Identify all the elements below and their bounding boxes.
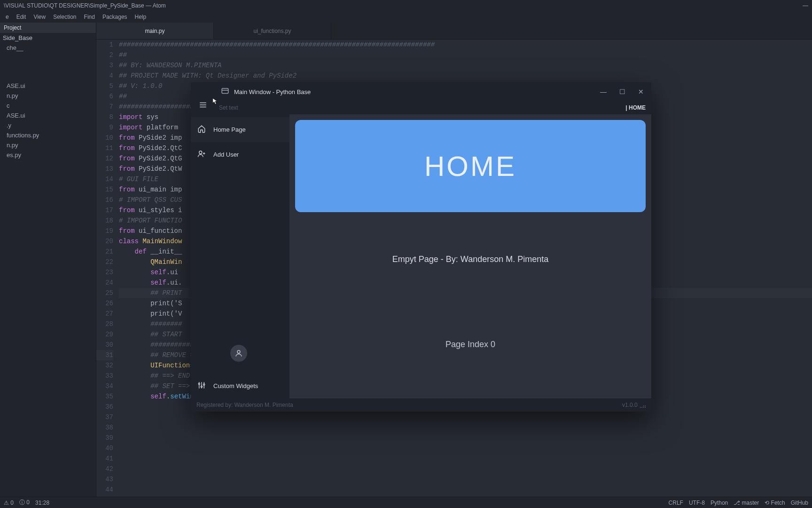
hero-text: HOME xyxy=(424,150,516,183)
svg-point-5 xyxy=(199,151,202,154)
maximize-icon[interactable]: ☐ xyxy=(616,88,629,95)
svg-point-12 xyxy=(201,386,203,388)
window-controls[interactable]: — xyxy=(803,2,808,9)
tab-bar[interactable]: main.py ui_functions.py xyxy=(96,23,812,40)
tree-item[interactable]: functions.py xyxy=(0,130,96,140)
tree-item xyxy=(0,53,96,81)
menu-edit[interactable]: Edit xyxy=(13,12,30,22)
sidebar-item-custom-widgets[interactable]: Custom Widgets xyxy=(191,373,289,398)
atom-menubar[interactable]: e Edit View Selection Find Packages Help xyxy=(0,11,812,23)
footer-left: Registered by: Wanderson M. Pimenta xyxy=(196,402,293,408)
status-github[interactable]: GitHub xyxy=(791,500,808,506)
menu-selection[interactable]: Selection xyxy=(49,12,80,22)
float-user-button[interactable] xyxy=(230,345,247,362)
menu-packages[interactable]: Packages xyxy=(99,12,131,22)
svg-point-14 xyxy=(237,350,240,353)
sidebar-item-add-user[interactable]: Add User xyxy=(191,142,289,167)
menu-file[interactable]: e xyxy=(2,12,13,22)
subbar-right: | HOME xyxy=(625,104,646,111)
status-eol[interactable]: CRLF xyxy=(669,500,683,506)
tree-root[interactable]: Side_Base xyxy=(0,33,96,43)
pw-body: Home Page Add User Custom Widgets HOME E… xyxy=(191,114,651,398)
sidebar-item-label: Home Page xyxy=(213,126,246,133)
tree-item[interactable]: n.py xyxy=(0,140,96,150)
add-user-icon xyxy=(197,150,206,159)
sidebar-item-home[interactable]: Home Page xyxy=(191,117,289,142)
status-encoding[interactable]: UTF-8 xyxy=(689,500,705,506)
svg-rect-3 xyxy=(222,88,228,94)
atom-title: \VISUAL STUDIO\QT DESIGNER\Simple_PySide… xyxy=(4,2,166,9)
status-fetch[interactable]: ⟲ Fetch xyxy=(765,500,785,506)
line-gutter: 1234567891011121314151617181920212223242… xyxy=(96,40,119,497)
pw-content: HOME Empyt Page - By: Wanderson M. Pimen… xyxy=(289,114,651,398)
status-lang[interactable]: Python xyxy=(710,500,728,506)
project-header: Project xyxy=(0,23,96,33)
app-icon xyxy=(221,87,230,96)
footer-version: v1.0.0 xyxy=(622,402,638,408)
empty-page-text: Empyt Page - By: Wanderson M. Pimenta xyxy=(295,254,646,264)
tree-item[interactable]: n.py xyxy=(0,91,96,101)
pw-subbar: Set text | HOME xyxy=(191,101,651,114)
tree-item[interactable]: ASE.ui xyxy=(0,111,96,120)
status-branch[interactable]: ⎇ master xyxy=(734,500,759,506)
status-cursor[interactable]: 31:28 xyxy=(35,500,49,506)
tab-main[interactable]: main.py xyxy=(96,23,214,39)
pw-title: Main Window - Python Base xyxy=(234,88,311,95)
tree-item[interactable]: c xyxy=(0,101,96,111)
menu-view[interactable]: View xyxy=(30,12,49,22)
atom-titlebar: \VISUAL STUDIO\QT DESIGNER\Simple_PySide… xyxy=(0,0,812,11)
tree-item[interactable]: .y xyxy=(0,120,96,130)
pw-footer: Registered by: Wanderson M. Pimenta v1.0… xyxy=(191,398,651,412)
minimize-icon[interactable]: — xyxy=(597,88,610,95)
status-errors[interactable]: ⚠ 0 xyxy=(4,500,14,506)
hero-banner: HOME xyxy=(295,120,646,212)
menu-help[interactable]: Help xyxy=(131,12,150,22)
subbar-left[interactable]: Set text xyxy=(219,104,238,111)
svg-point-11 xyxy=(198,383,200,385)
pyside-window[interactable]: Main Window - Python Base — ☐ ✕ Set text… xyxy=(191,82,651,412)
svg-point-13 xyxy=(203,384,205,385)
sliders-icon xyxy=(197,381,206,391)
statusbar[interactable]: ⚠ 0 ⓘ 0 31:28 CRLF UTF-8 Python ⎇ master… xyxy=(0,497,812,508)
hamburger-icon[interactable] xyxy=(194,95,212,114)
menu-find[interactable]: Find xyxy=(80,12,99,22)
close-icon[interactable]: ✕ xyxy=(634,88,648,95)
sidebar-item-label: Add User xyxy=(213,151,239,158)
project-sidebar[interactable]: Project Side_Base che__ ASE.ui n.py c AS… xyxy=(0,23,96,497)
home-icon xyxy=(197,125,206,135)
tree-item[interactable]: che__ xyxy=(0,43,96,53)
mouse-cursor-icon xyxy=(212,98,218,105)
status-info[interactable]: ⓘ 0 xyxy=(19,499,30,507)
pw-titlebar[interactable]: Main Window - Python Base — ☐ ✕ xyxy=(191,82,651,101)
sidebar-item-label: Custom Widgets xyxy=(213,382,258,389)
page-index-text: Page Index 0 xyxy=(295,340,646,349)
tree-item[interactable]: es.py xyxy=(0,150,96,160)
resize-grip-icon[interactable]: ⣀⣤ xyxy=(639,402,646,408)
tab-uifunctions[interactable]: ui_functions.py xyxy=(214,23,331,39)
tree-item[interactable]: ASE.ui xyxy=(0,81,96,91)
